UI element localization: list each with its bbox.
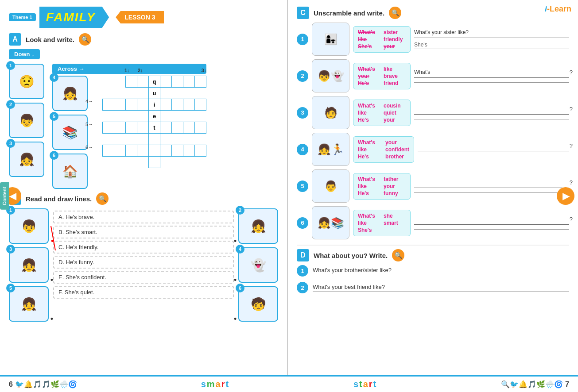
c-words-4: What's your like confident He's brother (353, 136, 414, 163)
cell-r7c5[interactable] (149, 145, 160, 157)
section-b-content: 1👦 • 3👧 • 5👧 • (9, 208, 278, 322)
cell-r7c7[interactable] (172, 145, 183, 157)
b-img-5: 5👧 (9, 286, 49, 322)
cell-r7c3[interactable] (126, 145, 137, 157)
cell-r5c1[interactable] (103, 122, 114, 134)
cell-r3c4[interactable] (137, 99, 149, 111)
cell-r5c3[interactable] (126, 122, 137, 134)
page-title: FAMILY (39, 7, 109, 28)
cell-r1c8[interactable] (183, 76, 195, 88)
b-option-e: E. She's confident. (53, 271, 234, 284)
b-img-2: 2👧 (238, 208, 278, 244)
cell-r5c4[interactable] (137, 122, 149, 134)
c-answers-3: ? (414, 106, 569, 119)
section-b-search-icon[interactable]: 🔍 (96, 192, 109, 205)
cell-r8c5[interactable] (149, 157, 160, 168)
section-c-items: 1 👩‍👧 What's sister like friendly She's … (297, 23, 569, 239)
c-item-4: 4 👧🏃 What's your like confident He's bro… (297, 133, 569, 166)
cell-r2c5[interactable]: u (149, 88, 160, 99)
content-tab[interactable]: Content (0, 182, 9, 210)
c-words-2: What's like your brave He's friend (353, 63, 411, 89)
cell-r1c9[interactable] (195, 76, 206, 88)
answer-6-q[interactable]: ? (414, 216, 569, 225)
c-answers-2: What's ? (414, 69, 569, 83)
cell-r7c1[interactable] (103, 145, 114, 157)
c-answers-1: What's your sister like? She's (414, 29, 569, 49)
d-question-1[interactable]: What's your brother/sister like? (313, 267, 569, 275)
cell-r1c6[interactable] (160, 76, 172, 88)
section-a-search-icon[interactable]: 🔍 (79, 33, 91, 46)
cell-r4c5[interactable]: e (149, 111, 160, 122)
cell-r3c3[interactable] (126, 99, 137, 111)
down-images: 1😟 2👦 3👧 (9, 64, 44, 189)
section-d-search-icon[interactable]: 🔍 (392, 249, 404, 261)
c-num-1: 1 (297, 34, 308, 45)
answer-5-a[interactable] (414, 192, 569, 193)
cell-r3c2[interactable] (114, 99, 126, 111)
cell-r1c3[interactable] (126, 76, 137, 88)
cell-r3c8[interactable] (183, 99, 195, 111)
footer: 6 🐦🔔🎵🎵🌿🌧️🌀 smart start 🔍🐦🔔🎵🌿🌧️🌀 7 (0, 375, 578, 392)
cell-r3c1[interactable] (103, 99, 114, 111)
footer-right: 🔍🐦🔔🎵🌿🌧️🌀 7 (501, 380, 569, 388)
cell-r5c8[interactable] (183, 122, 195, 134)
b-options: A. He's brave. B. She's smart. C. He's f… (53, 211, 234, 322)
c-answers-4: ? (418, 142, 569, 156)
c-item-6: 6 👧📚 What's she like smart She's — ? (297, 206, 569, 239)
c-img-2: 👦👻 (312, 59, 349, 92)
page-num-left: 6 (9, 380, 13, 388)
cell-r5c5[interactable]: t (149, 122, 160, 134)
answer-6-a[interactable] (414, 228, 569, 230)
b-option-b: B. She's smart. (53, 226, 234, 238)
c-item-5: 5 👨 What's father like your He's funny ? (297, 169, 569, 203)
c-words-1: What's sister like friendly She's your (353, 26, 411, 53)
down-img-1: 1😟 (9, 64, 44, 99)
cell-r7c8[interactable] (183, 145, 195, 157)
cell-r3c7[interactable] (172, 99, 183, 111)
cell-r1c4[interactable] (137, 76, 149, 88)
b-option-f: F. She's quiet. (53, 286, 234, 299)
c-num-4: 4 (297, 144, 308, 155)
section-c-search-icon[interactable]: 🔍 (389, 7, 401, 19)
section-d-header: D What about you? Write. 🔍 (297, 249, 569, 261)
answer-2-a[interactable] (414, 81, 569, 83)
answer-4-a[interactable] (418, 155, 569, 156)
crossword-grid: 1↓ 2↓ 3↓ 4→ 5→ 6→ q (98, 76, 206, 189)
answer-2-q[interactable]: What's ? (414, 69, 569, 78)
section-a-letter: A (9, 33, 21, 46)
answer-3-q[interactable]: ? (414, 106, 569, 115)
answer-1-q[interactable]: What's your sister like? (414, 29, 569, 38)
c-answers-5: ? (414, 179, 569, 193)
cell-r1c5[interactable]: q (149, 76, 160, 88)
section-b: B Read and draw lines. 🔍 1👦 • 3👧 (9, 192, 278, 322)
cell-r5c9[interactable] (195, 122, 206, 134)
cell-r7c9[interactable] (195, 145, 206, 157)
b-img-4: 4👻 (238, 247, 278, 283)
answer-4-q[interactable]: ? (418, 142, 569, 151)
nav-next-button[interactable]: ▶ (557, 187, 574, 205)
cell-r1c7[interactable] (172, 76, 183, 88)
cell-r7c4[interactable] (137, 145, 149, 157)
cell-r3c6[interactable] (160, 99, 172, 111)
cell-r5c2[interactable] (114, 122, 126, 134)
cell-r5c7[interactable] (172, 122, 183, 134)
d-question-2[interactable]: What's your best friend like? (313, 284, 569, 292)
answer-5-q[interactable]: ? (414, 179, 569, 188)
footer-icons-right: 🔍🐦🔔🎵🌿🌧️🌀 (501, 380, 563, 388)
footer-left: 6 🐦🔔🎵🎵🌿🌧️🌀 (9, 380, 77, 388)
b-img-6: 6🧒 (238, 286, 278, 322)
b-option-d: D. He's funny. (53, 256, 234, 269)
cell-r3c5[interactable]: i (149, 99, 160, 111)
c-answers-6: ? (414, 216, 569, 230)
cell-r3c9[interactable] (195, 99, 206, 111)
right-panel: i-Learn C Unscramble and write. 🔍 1 👩‍👧 … (288, 0, 578, 375)
cell-r5c6[interactable] (160, 122, 172, 134)
d-num-2: 2 (297, 282, 308, 293)
cell-r6c5[interactable] (149, 134, 160, 145)
cell-r7c6[interactable] (160, 145, 172, 157)
d-item-2: 2 What's your best friend like? (297, 282, 569, 293)
answer-1-a[interactable]: She's (414, 42, 569, 49)
section-d-letter: D (297, 249, 309, 261)
answer-3-a[interactable] (414, 118, 569, 119)
cell-r7c2[interactable] (114, 145, 126, 157)
